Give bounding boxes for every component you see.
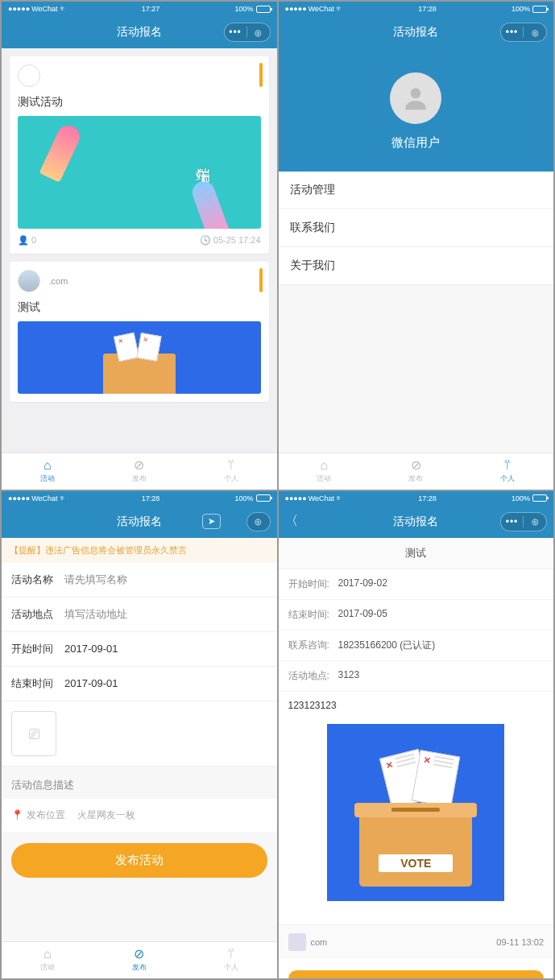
menu-contact-us[interactable]: 联系我们 [279,209,554,247]
tab-personal[interactable]: ⍡个人 [185,453,277,490]
avatar[interactable] [390,72,441,124]
field-address[interactable]: 活动地点 填写活动地址 [2,598,277,632]
close-icon: ◎ [247,517,270,526]
header: 〈 活动报名 •••◎ [279,506,554,538]
highlight-stripe [259,63,263,87]
more-icon: ••• [501,27,524,38]
compass-icon: ⊘ [134,459,144,472]
person-icon: ⍡ [503,459,512,472]
page-title: 活动报名 [393,25,438,39]
more-icon: ••• [225,27,247,38]
tab-activity[interactable]: ⌂活动 [2,942,93,978]
status-bar: ●●●●● WeChatᯤ 17:28 100% [2,491,277,506]
image-upload[interactable]: ⎚ [2,701,277,767]
username: 微信用户 [279,135,554,151]
activity-card[interactable]: 测试活动 端午 👤 0 🕓 05-25 17:24 [10,56,269,254]
poster-row: com 09-11 13:02 [279,924,554,959]
tab-publish[interactable]: ⊘发布 [370,453,462,490]
header: 活动报名 ➤ ◎ [2,506,277,538]
menu-activity-manage[interactable]: 活动管理 [279,172,554,209]
publish-button[interactable]: 发布活动 [11,843,267,878]
detail-image: VOTE [279,719,554,911]
send-icon[interactable]: ➤ [202,514,221,529]
detail-title: 测试 [279,538,554,569]
close-icon: ◎ [524,28,546,37]
close-icon: ◎ [247,28,270,37]
close-icon: ◎ [524,517,546,526]
page-title: 活动报名 [117,25,162,39]
back-button[interactable]: 〈 [285,513,298,530]
person-icon: ⍡ [227,948,235,961]
description-label: 活动信息描述 [2,767,277,799]
avatar [18,64,40,87]
pin-icon: 📍 [11,809,23,821]
tab-publish[interactable]: ⊘发布 [93,453,185,490]
capsule-button[interactable]: ◎ [246,512,271,531]
home-icon: ⌂ [43,459,52,472]
camera-icon: ⎚ [29,723,39,744]
compass-icon: ⊘ [134,948,144,961]
poster-time: 09-11 13:02 [496,937,544,947]
svg-point-0 [411,88,421,98]
home-icon: ⌂ [321,459,329,472]
header: 活动报名 •••◎ [279,16,554,48]
location-row[interactable]: 📍 发布位置 火星网友一枚 [2,799,277,832]
info-contact: 联系咨询:18235166200 (已认证) [279,631,554,661]
field-start-time[interactable]: 开始时间 2017-09-01 [2,632,277,667]
status-bar: ●●●●● WeChatᯤ 17:27 100% [2,2,277,16]
activity-card[interactable]: .com 测试 [10,262,269,402]
field-end-time[interactable]: 结束时间 2017-09-01 [2,667,277,701]
person-icon: ⍡ [227,459,235,472]
highlight-stripe [259,268,263,292]
compass-icon: ⊘ [411,459,421,472]
profile-header: 微信用户 [279,48,554,172]
poster-name: com [311,937,328,947]
timestamp: 🕓 05-25 17:24 [200,235,261,246]
tab-personal[interactable]: ⍡个人 [462,453,553,490]
people-count: 👤 0 [18,235,36,246]
tab-activity[interactable]: ⌂活动 [2,453,93,490]
tab-bar: ⌂活动 ⊘发布 ⍡个人 [279,453,554,490]
tab-publish[interactable]: ⊘发布 [93,942,185,978]
cover-image [18,321,261,394]
name-input[interactable]: 请先填写名称 [64,573,267,587]
info-end: 结束时间:2017-09-05 [279,600,554,631]
capsule-button[interactable]: •••◎ [224,23,271,42]
field-name[interactable]: 活动名称 请先填写名称 [2,563,277,598]
tab-activity[interactable]: ⌂活动 [279,453,371,490]
card-title: 测试活动 [18,95,261,110]
info-address: 活动地点:3123 [279,661,554,692]
avatar [18,270,40,292]
page-title: 活动报名 [117,515,162,529]
tab-bar: ⌂活动 ⊘发布 ⍡个人 [2,453,277,490]
avatar [288,933,306,951]
detail-body: 123123123 [279,692,554,719]
username: .com [48,276,68,286]
card-title: 测试 [18,300,261,315]
home-icon: ⌂ [43,948,52,961]
tab-personal[interactable]: ⍡个人 [185,942,277,978]
address-input[interactable]: 填写活动地址 [64,607,267,622]
tab-bar: ⌂活动 ⊘发布 ⍡个人 [2,941,277,978]
cover-image: 端午 [18,116,261,229]
warning-notice: 【提醒】违法广告信息将会被管理员永久禁言 [2,538,277,563]
capsule-button[interactable]: •••◎ [500,23,547,42]
page-title: 活动报名 [393,515,438,529]
menu-about-us[interactable]: 关于我们 [279,247,554,285]
more-icon: ••• [501,516,524,527]
action-button-peek[interactable] [288,970,545,978]
status-bar: ●●●●● WeChatᯤ 17:28 100% [279,2,554,16]
header: 活动报名 •••◎ [2,16,277,48]
person-icon [400,83,431,114]
capsule-button[interactable]: •••◎ [500,512,547,531]
info-start: 开始时间:2017-09-02 [279,569,554,600]
status-bar: ●●●●● WeChatᯤ 17:28 100% [279,491,554,506]
